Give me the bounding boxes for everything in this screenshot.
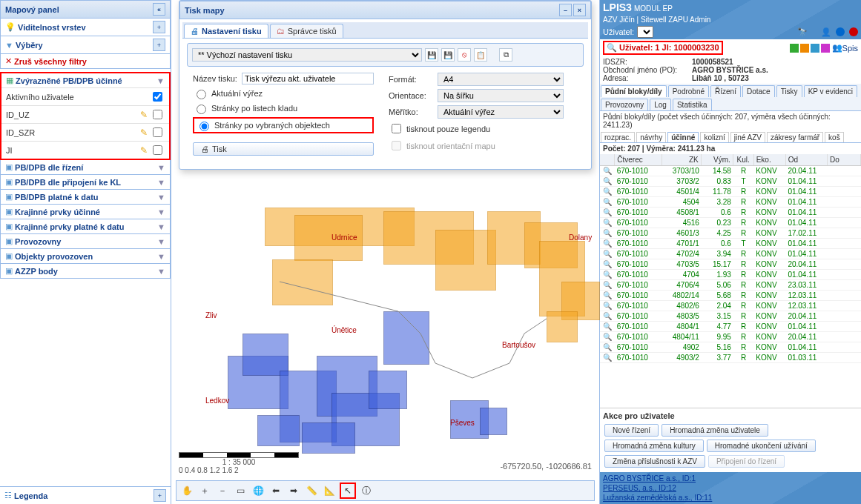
section-landscape-valid[interactable]: ▣ Krajinné prvky účinné▼ — [1, 205, 170, 219]
tab-dotace[interactable]: Dotace — [742, 85, 775, 97]
table-row[interactable]: 🔍670-10104601/34.25RKONV17.02.11 — [600, 228, 861, 239]
preset-select[interactable]: ** Výchozí nastavení tisku — [192, 48, 422, 62]
list-item[interactable]: JI✎ — [1, 141, 169, 159]
footer-link[interactable]: PERSEUS, a.s., ID:12 — [603, 484, 676, 492]
legend-bar[interactable]: ☷ Legenda+ — [0, 486, 171, 504]
pencil-icon[interactable]: ✎ — [140, 110, 148, 120]
prev-extent-icon[interactable]: ⬅ — [268, 483, 283, 498]
action-4[interactable]: Změna příslušnosti k AZV — [604, 455, 705, 468]
format-select[interactable]: A4 — [438, 73, 564, 86]
checkbox-iduz[interactable] — [153, 110, 162, 119]
filter-icon[interactable]: ▼ — [157, 163, 165, 172]
subtab-5[interactable]: zákresy farmář — [767, 132, 823, 142]
filter-icon[interactable]: ▼ — [156, 76, 165, 85]
window-icon[interactable]: ⧉ — [499, 48, 512, 62]
section-by-process[interactable]: ▣ PB/DPB dle řízení▼ — [1, 160, 170, 174]
filter-icon[interactable]: ▼ — [157, 222, 165, 231]
table-row[interactable]: 🔍670-10104903/23.77RKONV01.03.11 — [600, 353, 861, 363]
expand-icon[interactable]: + — [153, 39, 165, 51]
footer-link[interactable]: AGRO BYSTŘICE a.s., ID:1 — [603, 474, 696, 483]
delete-icon[interactable]: ⦸ — [458, 48, 471, 62]
table-row[interactable]: 🔍670-10104804/14.77RKONV01.04.11 — [600, 322, 861, 332]
table-row[interactable]: 🔍670-101045043.28RKONV01.04.11 — [600, 197, 861, 208]
subtab-1[interactable]: návrhy — [636, 132, 666, 142]
record-icon[interactable] — [849, 27, 858, 36]
grid-body[interactable]: 🔍670-10103703/1014.58RKONV20.04.11🔍670-1… — [600, 166, 861, 408]
table-row[interactable]: 🔍670-10104804/119.95RKONV20.04.11 — [600, 332, 861, 342]
pointer-icon[interactable]: ↖ — [340, 483, 356, 499]
filter-icon[interactable]: ▼ — [157, 252, 165, 261]
filter-icon[interactable]: ▼ — [157, 193, 165, 202]
pencil-icon[interactable]: ✎ — [140, 145, 148, 156]
table-row[interactable]: 🔍670-101049025.16RKONV01.04.11 — [600, 342, 861, 353]
subtab-0[interactable]: rozprac. — [601, 132, 635, 142]
tab-p-dn-bloky-d-ly[interactable]: Půdní bloky/díly — [601, 85, 667, 97]
table-row[interactable]: 🔍670-10104802/62.04RKONV12.03.11 — [600, 301, 861, 311]
info-icon[interactable] — [836, 27, 845, 36]
section-by-connection[interactable]: ▣ PB/DPB dle připojení ke KL▼ — [1, 175, 170, 189]
orientation-select[interactable]: Na šířku — [438, 89, 564, 102]
subtab-4[interactable]: jiné AZV — [730, 132, 765, 142]
measure-icon[interactable]: 📏 — [304, 483, 319, 498]
section-landscape-date[interactable]: ▣ Krajinné prvky platné k datu▼ — [1, 219, 170, 233]
footer-link[interactable]: Lužanská zemědělská a.s., ID:11 — [603, 494, 712, 502]
filter-icon[interactable]: ▼ — [157, 208, 165, 216]
copy-icon[interactable]: 📋 — [474, 48, 487, 62]
expand-icon[interactable]: + — [153, 21, 165, 33]
table-row[interactable]: 🔍670-10104706/45.06RKONV23.03.11 — [600, 280, 861, 291]
table-row[interactable]: 🔍670-10104802/145.68RKONV12.03.11 — [600, 291, 861, 301]
zoom-box-icon[interactable]: ▭ — [233, 483, 248, 498]
radio-current-view[interactable] — [197, 90, 206, 99]
user-select[interactable] — [637, 26, 653, 38]
ruler-icon[interactable]: 📐 — [322, 483, 337, 498]
action-0[interactable]: Nové řízení — [604, 424, 659, 437]
zoom-in-icon[interactable]: ＋ — [197, 483, 212, 498]
db-icon[interactable] — [821, 44, 830, 53]
tab-kp-v-evidenci[interactable]: KP v evidenci — [804, 85, 857, 97]
zoom-out-icon[interactable]: － — [215, 483, 230, 498]
filter-icon[interactable]: ▼ — [157, 237, 165, 246]
table-row[interactable]: 🔍670-10104703/515.17RKONV20.04.11 — [600, 259, 861, 270]
table-row[interactable]: 🔍670-10104508/10.6RKONV01.04.11 — [600, 208, 861, 218]
filter-icon[interactable]: ▼ — [157, 178, 165, 187]
visibility-section[interactable]: 💡 Viditelnost vrstev+ — [1, 19, 170, 36]
globe-icon[interactable]: 🌐 — [251, 483, 265, 498]
print-button[interactable]: 🖨 Tisk — [193, 142, 374, 156]
checkbox-idszr[interactable] — [153, 127, 162, 137]
action-3[interactable]: Hromadné ukončení užívání — [707, 440, 816, 452]
chk-legend-only[interactable] — [392, 124, 401, 133]
clear-filters[interactable]: ✕ Zruš všechny filtry — [1, 54, 170, 68]
scale-select[interactable]: Aktuální výřez — [438, 105, 564, 119]
subtab-6[interactable]: koš — [825, 132, 844, 142]
radio-selected-objects[interactable] — [199, 122, 209, 131]
section-valid-date[interactable]: ▣ PB/DPB platné k datu▼ — [1, 190, 170, 204]
action-1[interactable]: Hromadná změna uživatele — [662, 424, 768, 437]
section-branch-objects[interactable]: ▣ Objekty provozoven▼ — [1, 249, 170, 263]
highlighted-section[interactable]: ▦ Zvýrazněné PB/DPB účinné▼ — [1, 73, 169, 87]
map-canvas[interactable]: Udrnice Dolany Zliv Únětice Bartoušov Le… — [176, 215, 595, 474]
list-item[interactable]: ID_SZR✎ — [1, 123, 169, 141]
list-item[interactable]: ID_UZ✎ — [1, 105, 169, 123]
subtab-3[interactable]: kolizní — [700, 132, 728, 142]
pencil-icon[interactable]: ✎ — [140, 127, 148, 138]
tab-print-settings[interactable]: 🖨Nastavení tisku — [184, 24, 268, 38]
tab-statistika[interactable]: Statistika — [673, 99, 712, 110]
pan-icon[interactable]: ✋ — [179, 483, 194, 498]
db-icon[interactable] — [811, 44, 819, 53]
radio-sheets[interactable] — [197, 105, 206, 114]
table-row[interactable]: 🔍670-101045160.23RKONV01.04.11 — [600, 218, 861, 228]
section-azzp[interactable]: ▣ AZZP body▼ — [1, 264, 170, 278]
filter-icon[interactable]: ▼ — [157, 267, 165, 276]
tab-log[interactable]: Log — [650, 99, 671, 110]
tab-tisky[interactable]: Tisky — [776, 85, 802, 97]
save-as-icon[interactable]: 💾 — [441, 48, 455, 62]
checkbox-ji[interactable] — [153, 145, 162, 155]
tab-podrobn-[interactable]: Podrobné — [668, 85, 709, 97]
next-extent-icon[interactable]: ➡ — [286, 483, 301, 498]
table-row[interactable]: 🔍670-10104701/10.6TKONV01.04.11 — [600, 239, 861, 249]
tab--zen-[interactable]: Řízení — [710, 85, 741, 97]
spis-link[interactable]: Spis — [842, 44, 858, 53]
action-2[interactable]: Hromadná změna kultury — [604, 440, 704, 452]
table-row[interactable]: 🔍670-10104803/53.15RKONV20.04.11 — [600, 311, 861, 322]
binoculars-icon[interactable]: 🔭 — [797, 27, 808, 37]
